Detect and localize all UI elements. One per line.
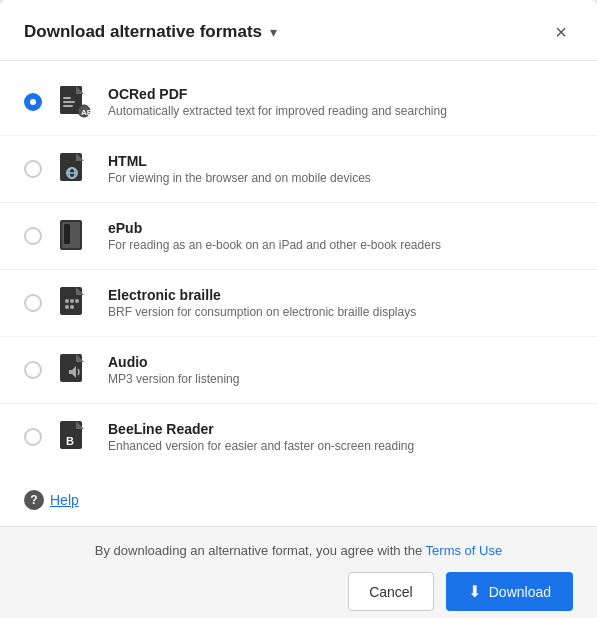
option-desc-braille: BRF version for consumption on electroni…: [108, 305, 573, 319]
radio-audio[interactable]: [24, 361, 42, 379]
close-button[interactable]: ×: [549, 20, 573, 44]
dialog-header: Download alternative formats ▾ ×: [0, 0, 597, 61]
svg-rect-4: [63, 105, 73, 107]
option-name-epub: ePub: [108, 220, 573, 236]
option-name-ocred-pdf: OCRed PDF: [108, 86, 573, 102]
svg-point-17: [65, 305, 69, 309]
option-desc-beeline: Enhanced version for easier and faster o…: [108, 439, 573, 453]
option-text-audio: AudioMP3 version for listening: [108, 354, 573, 386]
svg-text:AB: AB: [81, 108, 92, 117]
footer-tos-text: By downloading an alternative format, yo…: [24, 543, 573, 558]
icon-html: [56, 150, 94, 188]
download-button[interactable]: ⬇ Download: [446, 572, 573, 611]
option-row-audio[interactable]: AudioMP3 version for listening: [0, 337, 597, 404]
title-group: Download alternative formats ▾: [24, 22, 277, 42]
option-desc-ocred-pdf: Automatically extracted text for improve…: [108, 104, 573, 118]
dialog-title: Download alternative formats: [24, 22, 262, 42]
option-row-ocred-pdf[interactable]: AB OCRed PDFAutomatically extracted text…: [0, 69, 597, 136]
option-row-beeline[interactable]: B BeeLine ReaderEnhanced version for eas…: [0, 404, 597, 470]
terms-of-use-link[interactable]: Terms of Use: [426, 543, 503, 558]
option-row-html[interactable]: HTMLFor viewing in the browser and on mo…: [0, 136, 597, 203]
icon-braille: [56, 284, 94, 322]
option-desc-epub: For reading as an e-book on an iPad and …: [108, 238, 573, 252]
download-formats-dialog: Download alternative formats ▾ × AB OCRe…: [0, 0, 597, 618]
svg-point-15: [65, 299, 69, 303]
svg-point-16: [70, 299, 74, 303]
radio-braille[interactable]: [24, 294, 42, 312]
help-section: ? Help: [0, 478, 597, 526]
svg-text:B: B: [66, 435, 74, 447]
help-icon: ?: [24, 490, 44, 510]
option-text-beeline: BeeLine ReaderEnhanced version for easie…: [108, 421, 573, 453]
option-text-epub: ePubFor reading as an e-book on an iPad …: [108, 220, 573, 252]
option-text-braille: Electronic brailleBRF version for consum…: [108, 287, 573, 319]
dialog-footer: By downloading an alternative format, yo…: [0, 526, 597, 618]
option-name-html: HTML: [108, 153, 573, 169]
options-list: AB OCRed PDFAutomatically extracted text…: [0, 61, 597, 478]
icon-beeline: B: [56, 418, 94, 456]
tos-prefix: By downloading an alternative format, yo…: [95, 543, 426, 558]
svg-rect-3: [63, 101, 75, 103]
cancel-button[interactable]: Cancel: [348, 572, 434, 611]
download-label: Download: [489, 584, 551, 600]
icon-ocred-pdf: AB: [56, 83, 94, 121]
download-icon: ⬇: [468, 582, 481, 601]
radio-epub[interactable]: [24, 227, 42, 245]
radio-ocred-pdf[interactable]: [24, 93, 42, 111]
option-name-braille: Electronic braille: [108, 287, 573, 303]
svg-point-18: [70, 305, 74, 309]
option-desc-audio: MP3 version for listening: [108, 372, 573, 386]
radio-html[interactable]: [24, 160, 42, 178]
option-row-braille[interactable]: Electronic brailleBRF version for consum…: [0, 270, 597, 337]
svg-point-19: [75, 299, 79, 303]
icon-audio: [56, 351, 94, 389]
svg-rect-13: [64, 224, 70, 244]
dropdown-arrow-icon: ▾: [270, 24, 277, 40]
option-desc-html: For viewing in the browser and on mobile…: [108, 171, 573, 185]
icon-epub: [56, 217, 94, 255]
option-name-beeline: BeeLine Reader: [108, 421, 573, 437]
footer-buttons: Cancel ⬇ Download: [24, 572, 573, 611]
option-text-ocred-pdf: OCRed PDFAutomatically extracted text fo…: [108, 86, 573, 118]
help-link[interactable]: Help: [50, 492, 79, 508]
option-text-html: HTMLFor viewing in the browser and on mo…: [108, 153, 573, 185]
radio-beeline[interactable]: [24, 428, 42, 446]
option-row-epub[interactable]: ePubFor reading as an e-book on an iPad …: [0, 203, 597, 270]
svg-rect-2: [63, 97, 71, 99]
option-name-audio: Audio: [108, 354, 573, 370]
